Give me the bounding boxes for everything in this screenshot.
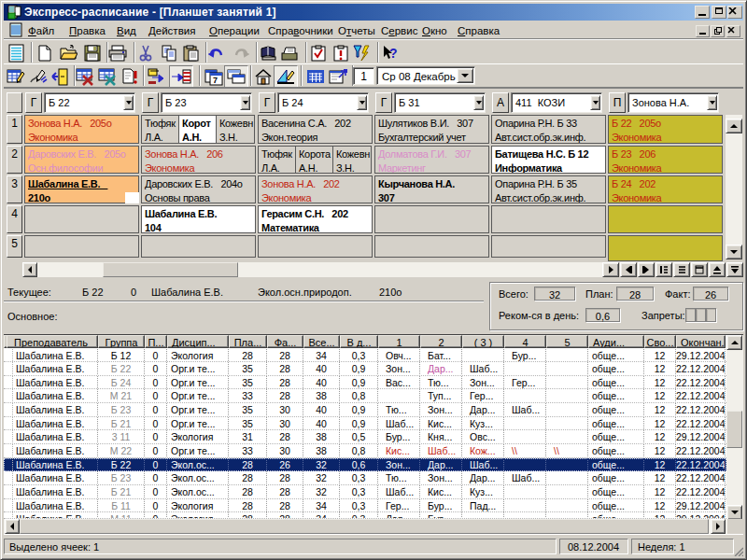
svg-text:?: ?: [389, 46, 398, 61]
svg-text:7: 7: [213, 76, 218, 85]
